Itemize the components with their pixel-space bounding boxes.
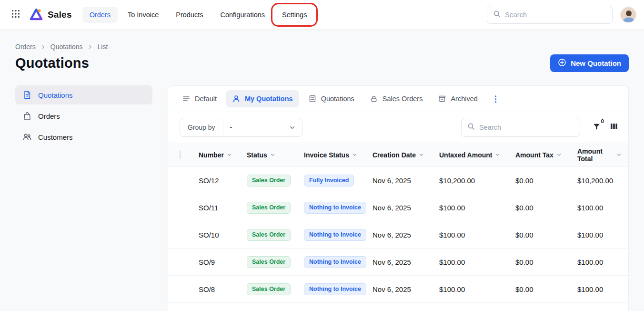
app-logo[interactable]: [29, 7, 44, 22]
select-all-checkbox[interactable]: [180, 150, 181, 159]
sidebar-item-orders[interactable]: Orders: [15, 106, 152, 125]
tab-sales-orders[interactable]: Sales Orders: [363, 90, 429, 107]
main-nav: Orders To Invoice Products Configuration…: [82, 7, 314, 23]
sidebar-item-quotations[interactable]: Quotations: [15, 85, 152, 104]
columns-toggle-button[interactable]: [610, 123, 618, 132]
filter-count-badge: 0: [601, 118, 604, 124]
tab-label: Archived: [451, 95, 477, 103]
filter-button[interactable]: 0: [593, 123, 601, 133]
nav-item-configurations[interactable]: Configurations: [213, 7, 272, 23]
app-name: Sales: [48, 10, 72, 20]
group-by-select[interactable]: Group by -: [180, 118, 302, 137]
list-search-input[interactable]: [479, 124, 574, 131]
col-header-status[interactable]: Status: [247, 151, 304, 159]
tab-label: My Quotations: [245, 95, 293, 103]
sidebar-item-customers[interactable]: Customers: [15, 127, 152, 146]
page-title: Quotations: [15, 55, 89, 71]
breadcrumb: Orders Quotations List: [15, 30, 629, 51]
col-header-untaxed-amount[interactable]: Untaxed Amount: [439, 151, 515, 159]
global-search[interactable]: [487, 6, 613, 24]
chevron-right-icon: [88, 44, 93, 50]
global-search-input[interactable]: [505, 11, 606, 19]
status-badge: Sales Order: [247, 256, 291, 268]
chevron-down-icon: [270, 152, 275, 157]
tab-archived[interactable]: Archived: [432, 90, 483, 107]
amount-total: $100.00: [577, 204, 622, 212]
table-header: Number Status Invoice Status Creation Da…: [168, 143, 628, 167]
col-header-creation-date[interactable]: Creation Date: [372, 151, 439, 159]
amount-tax: $0.00: [515, 204, 577, 212]
order-number[interactable]: SO/9: [199, 258, 247, 266]
breadcrumb-quotations[interactable]: Quotations: [50, 43, 83, 51]
table-row[interactable]: SO/8 Sales Order Nothing to Invoice Nov …: [168, 276, 628, 303]
order-number[interactable]: SO/10: [199, 231, 247, 239]
breadcrumb-list: List: [98, 43, 108, 51]
chevron-down-icon: [616, 152, 622, 157]
document-icon: [308, 94, 317, 103]
apps-grid-button[interactable]: [8, 7, 24, 23]
amount-tax: $0.00: [515, 285, 577, 293]
table-row[interactable]: SO/12 Sales Order Fully Invoiced Nov 6, …: [168, 167, 628, 194]
plus-circle-icon: [558, 58, 566, 68]
order-number[interactable]: SO/12: [199, 176, 247, 185]
tab-my-quotations[interactable]: My Quotations: [226, 90, 299, 107]
col-header-amount-total[interactable]: Amount Total: [577, 147, 622, 163]
nav-item-orders[interactable]: Orders: [82, 7, 118, 23]
view-tabs: Default My Quotations Quotations: [168, 86, 628, 112]
tab-label: Quotations: [321, 95, 354, 103]
title-row: Quotations New Quotation: [15, 54, 629, 72]
filter-bar: Group by -: [168, 112, 628, 143]
chevron-down-icon: [419, 152, 424, 157]
status-badge: Sales Order: [247, 229, 291, 241]
new-quotation-label: New Quotation: [571, 59, 621, 67]
tab-label: Sales Orders: [382, 95, 423, 103]
creation-date: Nov 6, 2025: [372, 204, 439, 212]
order-number[interactable]: SO/11: [199, 204, 247, 212]
invoice-status-badge: Nothing to Invoice: [304, 202, 366, 214]
tabs-more-menu[interactable]: ⋮: [487, 93, 504, 105]
nav-item-products[interactable]: Products: [169, 7, 210, 23]
table-row[interactable]: SO/10 Sales Order Nothing to Invoice Nov…: [168, 221, 628, 249]
amount-total: $100.00: [577, 285, 622, 293]
order-number[interactable]: SO/8: [199, 285, 247, 293]
untaxed-amount: $100.00: [439, 204, 515, 212]
user-avatar[interactable]: [620, 7, 636, 23]
untaxed-amount: $100.00: [439, 258, 515, 266]
search-icon: [467, 123, 475, 132]
filter-funnel-icon: [593, 123, 601, 133]
col-header-number[interactable]: Number: [199, 151, 247, 159]
top-navbar: Sales Orders To Invoice Products Configu…: [0, 0, 644, 30]
nav-item-settings[interactable]: Settings: [275, 7, 314, 23]
group-by-value: -: [230, 124, 232, 131]
users-icon: [22, 132, 32, 142]
group-by-label: Group by: [180, 118, 223, 136]
chevron-down-icon: [289, 124, 295, 131]
amount-total: $100.00: [577, 258, 622, 266]
chevron-down-icon: [495, 152, 500, 157]
tab-label: Default: [195, 95, 217, 103]
list-icon: [182, 94, 191, 103]
tab-quotations[interactable]: Quotations: [302, 90, 361, 107]
list-search[interactable]: [461, 118, 580, 137]
archive-icon: [438, 94, 446, 103]
breadcrumb-orders[interactable]: Orders: [15, 43, 36, 51]
navbar-right: [487, 6, 636, 24]
status-badge: Sales Order: [247, 202, 291, 214]
col-header-amount-tax[interactable]: Amount Tax: [515, 151, 577, 159]
amount-total: $10,200.00: [577, 176, 622, 185]
untaxed-amount: $100.00: [439, 285, 515, 293]
creation-date: Nov 6, 2025: [372, 231, 439, 239]
col-header-invoice-status[interactable]: Invoice Status: [304, 151, 372, 159]
search-icon: [493, 10, 501, 20]
invoice-status-badge: Nothing to Invoice: [304, 283, 366, 295]
annotation-highlight-box: Settings: [275, 7, 314, 23]
tab-default[interactable]: Default: [176, 90, 223, 107]
sidebar: Quotations Orders Customers: [15, 85, 152, 146]
apps-grid-icon: [11, 10, 20, 20]
nav-item-to-invoice[interactable]: To Invoice: [121, 7, 166, 23]
new-quotation-button[interactable]: New Quotation: [550, 54, 629, 72]
table-row[interactable]: SO/9 Sales Order Nothing to Invoice Nov …: [168, 249, 628, 276]
untaxed-amount: $10,200.00: [439, 176, 515, 185]
table-row[interactable]: SO/11 Sales Order Nothing to Invoice Nov…: [168, 194, 628, 221]
creation-date: Nov 6, 2025: [372, 258, 439, 266]
